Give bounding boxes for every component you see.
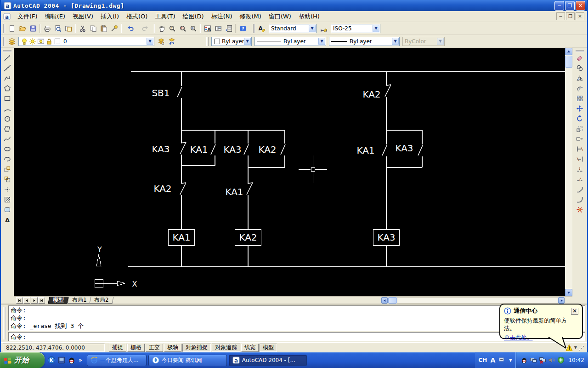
- vertical-scroll-thumb[interactable]: [565, 56, 572, 68]
- chevron-down-icon[interactable]: ▼: [309, 25, 316, 32]
- scroll-down-button[interactable]: [565, 289, 572, 296]
- plot-preview-button[interactable]: [52, 23, 63, 34]
- circle-button[interactable]: [2, 114, 13, 124]
- pan-button[interactable]: [156, 23, 167, 34]
- menu-item-1[interactable]: 文件(F): [14, 11, 41, 22]
- lineweight-combo[interactable]: ByLayer ▼: [329, 37, 400, 46]
- menu-item-7[interactable]: 绘图(D): [179, 11, 208, 22]
- make-object-layer-current-button[interactable]: [156, 36, 166, 46]
- menu-item-8[interactable]: 标注(N): [208, 11, 236, 22]
- ime-indicator[interactable]: A: [490, 356, 495, 364]
- toggle-极轴[interactable]: 极轴: [164, 344, 181, 352]
- text-style-combo[interactable]: Standard ▼: [269, 24, 317, 33]
- polygon-button[interactable]: [2, 83, 13, 93]
- mdi-restore-button[interactable]: ❐: [566, 12, 575, 20]
- layer-previous-button[interactable]: [166, 36, 177, 46]
- computers-icon[interactable]: [530, 356, 537, 364]
- rectangle-button[interactable]: [2, 93, 13, 104]
- spline-button[interactable]: [2, 134, 13, 144]
- plot-button[interactable]: [42, 23, 52, 34]
- mdi-close-button[interactable]: ✕: [576, 12, 584, 20]
- menu-item-5[interactable]: 格式(O): [123, 11, 151, 22]
- drawing-canvas[interactable]: SB1KA3KA1KA3KA2KA2KA1KA2KA1KA3KA1KA2KA3Y…: [14, 48, 565, 296]
- make-block-button[interactable]: [2, 174, 13, 184]
- help-button[interactable]: ?: [237, 23, 248, 34]
- hatch-button[interactable]: [2, 195, 13, 205]
- menu-item-9[interactable]: 修改(M): [236, 11, 265, 22]
- toggle-栅格[interactable]: 栅格: [127, 344, 145, 352]
- move-button[interactable]: [575, 104, 585, 114]
- zoom-window-button[interactable]: [177, 23, 188, 34]
- nav-last-button[interactable]: [38, 297, 45, 304]
- rotate-button[interactable]: [575, 114, 585, 124]
- toggle-线宽[interactable]: 线宽: [241, 344, 259, 352]
- toggle-捕捉[interactable]: 捕捉: [109, 344, 126, 352]
- qq-icon[interactable]: [520, 356, 528, 364]
- menu-item-2[interactable]: 编辑(E): [41, 11, 69, 22]
- design-center-button[interactable]: [213, 23, 223, 34]
- chamfer-button[interactable]: [575, 184, 585, 195]
- menu-item-3[interactable]: 视图(V): [69, 11, 97, 22]
- chevron-down-icon[interactable]: ▼: [318, 38, 325, 45]
- chevron-down-icon[interactable]: ▼: [373, 25, 379, 32]
- scroll-left-button[interactable]: [381, 297, 388, 304]
- horizontal-scroll-thumb[interactable]: [388, 297, 397, 304]
- language-options-icon[interactable]: [498, 356, 506, 364]
- toggle-正交[interactable]: 正交: [146, 344, 163, 352]
- menu-item-4[interactable]: 插入(I): [97, 11, 123, 22]
- copy-button[interactable]: [88, 23, 98, 34]
- erase-button[interactable]: [575, 53, 585, 63]
- command-prompt[interactable]: 命令:: [8, 332, 585, 341]
- minimize-button[interactable]: ─: [554, 1, 564, 11]
- nav-first-button[interactable]: [16, 297, 23, 304]
- scale-button[interactable]: [575, 124, 585, 134]
- menu-item-6[interactable]: 工具(T): [151, 11, 179, 22]
- stretch-button[interactable]: [575, 134, 585, 144]
- copy-object-button[interactable]: [575, 63, 585, 73]
- trim-button[interactable]: [575, 144, 585, 154]
- dim-style-icon[interactable]: [318, 23, 329, 34]
- tab-布局1[interactable]: 布局1: [67, 297, 91, 304]
- resize-grip[interactable]: [578, 345, 584, 351]
- scroll-right-button[interactable]: [558, 297, 565, 304]
- arc-button[interactable]: [2, 104, 13, 114]
- layer-properties-button[interactable]: [6, 36, 17, 46]
- multiline-text-button[interactable]: A: [2, 215, 13, 225]
- toggle-对象捕捉[interactable]: 对象捕捉: [182, 344, 211, 352]
- undo-button[interactable]: [123, 23, 138, 34]
- fillet-button[interactable]: [575, 195, 585, 205]
- language-chevron-icon[interactable]: ▼: [509, 358, 512, 362]
- polyline-button[interactable]: [2, 73, 13, 83]
- paste-button[interactable]: [98, 23, 109, 34]
- scroll-up-button[interactable]: [565, 48, 572, 55]
- linetype-combo[interactable]: ByLayer ▼: [254, 37, 326, 46]
- extend-button[interactable]: [575, 154, 585, 164]
- save-button[interactable]: [28, 23, 38, 34]
- zoom-realtime-button[interactable]: ±: [167, 23, 177, 34]
- toolbar-grip[interactable]: [576, 50, 584, 52]
- task-button-1[interactable]: 一个思考题大家帮...: [87, 355, 147, 366]
- blue-app-icon[interactable]: [57, 356, 66, 364]
- balloon-close-icon[interactable]: ✕: [571, 308, 578, 315]
- language-indicator[interactable]: CH: [479, 357, 487, 363]
- overflow-chevron[interactable]: »: [79, 357, 82, 363]
- zoom-previous-button[interactable]: [188, 23, 198, 34]
- task-button-2[interactable]: 今日要闻 腾讯网: [148, 355, 227, 366]
- tab-布局2[interactable]: 布局2: [89, 297, 113, 304]
- qq-icon[interactable]: [68, 356, 76, 364]
- explode-button[interactable]: [575, 205, 585, 215]
- chevron-down-icon[interactable]: ▼: [392, 38, 399, 45]
- region-button[interactable]: [2, 205, 13, 215]
- toolbar-grip[interactable]: [206, 37, 209, 46]
- point-button[interactable]: [2, 184, 13, 195]
- mdi-minimize-button[interactable]: ─: [556, 12, 565, 20]
- ellipse-button[interactable]: [2, 144, 13, 154]
- dim-style-combo[interactable]: ISO-25 ▼: [331, 24, 380, 33]
- start-button[interactable]: 开始: [0, 352, 45, 368]
- new-button[interactable]: [6, 23, 17, 34]
- toggle-模型[interactable]: 模型: [260, 344, 277, 352]
- menu-item-11[interactable]: 帮助(H): [295, 11, 323, 22]
- ellipse-arc-button[interactable]: [2, 154, 13, 164]
- properties-button[interactable]: A: [202, 23, 213, 34]
- horizontal-scroll-track[interactable]: [397, 297, 558, 304]
